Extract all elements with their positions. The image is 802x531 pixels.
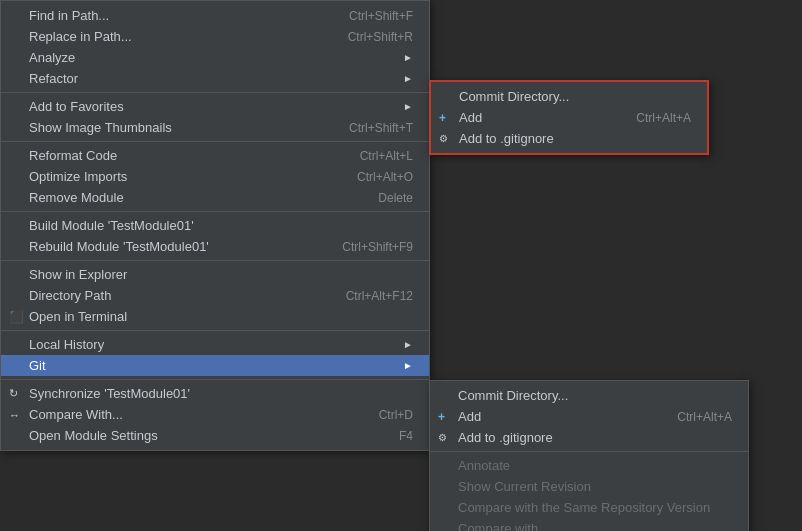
gitignore-icon: ⚙ bbox=[438, 432, 447, 443]
directory-path-shortcut: Ctrl+Alt+F12 bbox=[346, 289, 413, 303]
git-arrow: ► bbox=[403, 360, 413, 371]
add-in-favorites-label: Add bbox=[459, 110, 612, 125]
compare-with-git-label: Compare with... bbox=[458, 521, 732, 531]
replace-in-path-label: Replace in Path... bbox=[29, 29, 324, 44]
replace-in-path-item[interactable]: Replace in Path... Ctrl+Shift+R bbox=[1, 26, 429, 47]
reformat-code-shortcut: Ctrl+Alt+L bbox=[360, 149, 413, 163]
show-in-explorer-item[interactable]: Show in Explorer bbox=[1, 264, 429, 285]
show-image-thumbnails-label: Show Image Thumbnails bbox=[29, 120, 325, 135]
open-module-settings-shortcut: F4 bbox=[399, 429, 413, 443]
refactor-item[interactable]: Refactor ► bbox=[1, 68, 429, 89]
find-in-path-shortcut: Ctrl+Shift+F bbox=[349, 9, 413, 23]
analyze-label: Analyze bbox=[29, 50, 395, 65]
find-in-path-label: Find in Path... bbox=[29, 8, 325, 23]
show-in-explorer-label: Show in Explorer bbox=[29, 267, 413, 282]
commit-dir-in-favorites-label: Commit Directory... bbox=[459, 89, 691, 104]
compare-same-repo-item: Compare with the Same Repository Version bbox=[430, 497, 748, 518]
local-history-item[interactable]: Local History ► bbox=[1, 334, 429, 355]
directory-path-item[interactable]: Directory Path Ctrl+Alt+F12 bbox=[1, 285, 429, 306]
show-current-revision-item: Show Current Revision bbox=[430, 476, 748, 497]
open-module-settings-label: Open Module Settings bbox=[29, 428, 375, 443]
local-history-arrow: ► bbox=[403, 339, 413, 350]
show-image-thumbnails-item[interactable]: Show Image Thumbnails Ctrl+Shift+T bbox=[1, 117, 429, 138]
optimize-imports-item[interactable]: Optimize Imports Ctrl+Alt+O bbox=[1, 166, 429, 187]
separator-6 bbox=[1, 379, 429, 380]
show-current-revision-label: Show Current Revision bbox=[458, 479, 732, 494]
annotate-item: Annotate bbox=[430, 455, 748, 476]
commit-dir-in-favorites[interactable]: Commit Directory... bbox=[431, 86, 707, 107]
reformat-code-item[interactable]: Reformat Code Ctrl+Alt+L bbox=[1, 145, 429, 166]
terminal-icon: ⬛ bbox=[9, 310, 24, 324]
git-item[interactable]: Git ► bbox=[1, 355, 429, 376]
separator-3 bbox=[1, 211, 429, 212]
add-in-favorites-shortcut: Ctrl+Alt+A bbox=[636, 111, 691, 125]
add-to-gitignore-label: Add to .gitignore bbox=[458, 430, 732, 445]
separator-1 bbox=[1, 92, 429, 93]
optimize-imports-shortcut: Ctrl+Alt+O bbox=[357, 170, 413, 184]
compare-with-git-item: Compare with... bbox=[430, 518, 748, 531]
remove-module-label: Remove Module bbox=[29, 190, 354, 205]
compare-same-repo-label: Compare with the Same Repository Version bbox=[458, 500, 732, 515]
add-to-gitignore-item[interactable]: ⚙ Add to .gitignore bbox=[430, 427, 748, 448]
primary-context-menu: Find in Path... Ctrl+Shift+F Replace in … bbox=[0, 0, 430, 451]
git-label: Git bbox=[29, 358, 395, 373]
compare-with-item[interactable]: ↔ Compare With... Ctrl+D bbox=[1, 404, 429, 425]
rebuild-module-label: Rebuild Module 'TestModule01' bbox=[29, 239, 318, 254]
build-module-item[interactable]: Build Module 'TestModule01' bbox=[1, 215, 429, 236]
plus-icon: + bbox=[438, 410, 445, 424]
rebuild-module-shortcut: Ctrl+Shift+F9 bbox=[342, 240, 413, 254]
open-module-settings-item[interactable]: Open Module Settings F4 bbox=[1, 425, 429, 446]
remove-module-shortcut: Delete bbox=[378, 191, 413, 205]
directory-path-label: Directory Path bbox=[29, 288, 322, 303]
add-in-favorites[interactable]: + Add Ctrl+Alt+A bbox=[431, 107, 707, 128]
rebuild-module-item[interactable]: Rebuild Module 'TestModule01' Ctrl+Shift… bbox=[1, 236, 429, 257]
build-module-label: Build Module 'TestModule01' bbox=[29, 218, 413, 233]
optimize-imports-label: Optimize Imports bbox=[29, 169, 333, 184]
reformat-code-label: Reformat Code bbox=[29, 148, 336, 163]
replace-in-path-shortcut: Ctrl+Shift+R bbox=[348, 30, 413, 44]
compare-with-label: Compare With... bbox=[29, 407, 355, 422]
separator-4 bbox=[1, 260, 429, 261]
commit-directory-label: Commit Directory... bbox=[458, 388, 732, 403]
annotate-label: Annotate bbox=[458, 458, 732, 473]
gitignore-icon-2: ⚙ bbox=[439, 133, 448, 144]
plus-icon-2: + bbox=[439, 111, 446, 125]
analyze-arrow: ► bbox=[403, 52, 413, 63]
find-in-path-item[interactable]: Find in Path... Ctrl+Shift+F bbox=[1, 5, 429, 26]
separator-2 bbox=[1, 141, 429, 142]
add-to-favorites-arrow: ► bbox=[403, 101, 413, 112]
add-to-gitignore-in-favorites[interactable]: ⚙ Add to .gitignore bbox=[431, 128, 707, 149]
separator-5 bbox=[1, 330, 429, 331]
add-to-favorites-item[interactable]: Add to Favorites ► bbox=[1, 96, 429, 117]
refactor-label: Refactor bbox=[29, 71, 395, 86]
git-submenu: Commit Directory... + Add Ctrl+Alt+A ⚙ A… bbox=[429, 380, 749, 531]
add-label: Add bbox=[458, 409, 653, 424]
add-to-favorites-label: Add to Favorites bbox=[29, 99, 395, 114]
sync-icon: ↻ bbox=[9, 387, 18, 400]
commit-directory-item[interactable]: Commit Directory... bbox=[430, 385, 748, 406]
add-to-gitignore-in-favorites-label: Add to .gitignore bbox=[459, 131, 691, 146]
open-in-terminal-item[interactable]: ⬛ Open in Terminal bbox=[1, 306, 429, 327]
synchronize-label: Synchronize 'TestModule01' bbox=[29, 386, 413, 401]
git-separator-1 bbox=[430, 451, 748, 452]
refactor-arrow: ► bbox=[403, 73, 413, 84]
favorites-submenu-highlight: Commit Directory... + Add Ctrl+Alt+A ⚙ A… bbox=[429, 80, 709, 155]
open-in-terminal-label: Open in Terminal bbox=[29, 309, 413, 324]
local-history-label: Local History bbox=[29, 337, 395, 352]
add-item[interactable]: + Add Ctrl+Alt+A bbox=[430, 406, 748, 427]
compare-with-shortcut: Ctrl+D bbox=[379, 408, 413, 422]
add-shortcut: Ctrl+Alt+A bbox=[677, 410, 732, 424]
synchronize-item[interactable]: ↻ Synchronize 'TestModule01' bbox=[1, 383, 429, 404]
remove-module-item[interactable]: Remove Module Delete bbox=[1, 187, 429, 208]
analyze-item[interactable]: Analyze ► bbox=[1, 47, 429, 68]
compare-icon: ↔ bbox=[9, 409, 20, 421]
show-image-thumbnails-shortcut: Ctrl+Shift+T bbox=[349, 121, 413, 135]
